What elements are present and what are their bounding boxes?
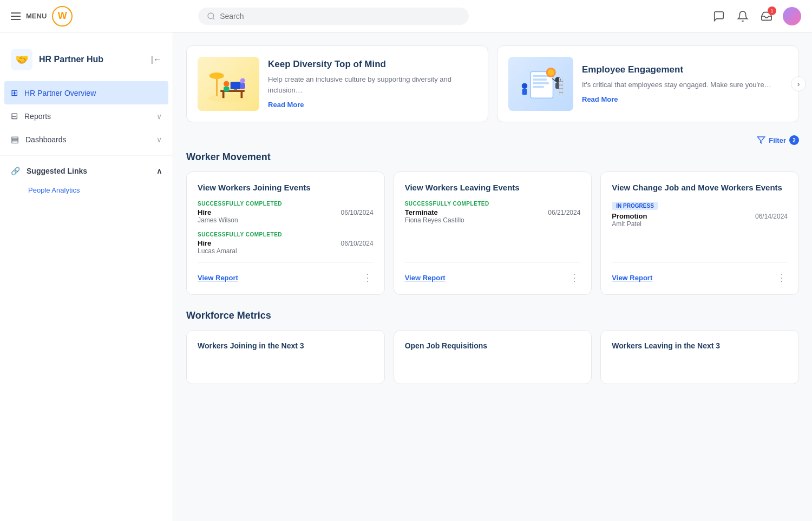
reports-icon: ⊟ bbox=[11, 111, 18, 121]
svg-point-0 bbox=[208, 13, 214, 19]
sidebar-item-people-analytics[interactable]: People Analytics bbox=[0, 182, 173, 199]
more-options-button[interactable]: ⋮ bbox=[777, 272, 788, 283]
search-input[interactable] bbox=[220, 12, 460, 21]
event-type: Promotion bbox=[612, 212, 647, 220]
menu-button[interactable] bbox=[11, 12, 21, 20]
svg-rect-6 bbox=[241, 92, 243, 98]
svg-rect-8 bbox=[234, 89, 237, 90]
menu-label: MENU bbox=[26, 12, 47, 20]
avatar[interactable] bbox=[783, 7, 801, 25]
engagement-read-more-link[interactable]: Read More bbox=[582, 95, 771, 103]
svg-rect-17 bbox=[533, 86, 544, 88]
event-type: Hire bbox=[198, 239, 211, 247]
event-type: Terminate bbox=[405, 208, 438, 216]
card-footer: View Report ⋮ bbox=[198, 262, 374, 283]
engagement-card: Employee Engagement It's critical that e… bbox=[497, 45, 799, 122]
reports-chevron-icon: ∨ bbox=[156, 112, 162, 121]
diversity-read-more-link[interactable]: Read More bbox=[268, 101, 477, 109]
card-footer: View Report ⋮ bbox=[612, 262, 788, 283]
workday-logo: W bbox=[52, 6, 73, 27]
diversity-card-content: Keep Diversity Top of Mind Help create a… bbox=[268, 59, 477, 109]
svg-rect-16 bbox=[533, 82, 549, 84]
event-item: SUCCESSFULLY COMPLETED Hire 06/10/2024 L… bbox=[198, 232, 374, 255]
inbox-icon[interactable]: 1 bbox=[759, 9, 774, 24]
event-date: 06/14/2024 bbox=[755, 213, 788, 220]
feature-cards-row: Keep Diversity Top of Mind Help create a… bbox=[186, 45, 799, 122]
sidebar-collapse-button[interactable]: |← bbox=[151, 55, 162, 64]
metrics-cards: Workers Joining in the Next 3 Open Job R… bbox=[186, 330, 799, 384]
sidebar: 🤝 HR Partner Hub |← ⊞ HR Partner Overvie… bbox=[0, 32, 173, 521]
workforce-metrics-title: Workforce Metrics bbox=[186, 310, 799, 321]
overview-icon: ⊞ bbox=[11, 88, 18, 98]
svg-rect-15 bbox=[533, 78, 547, 81]
workers-joining-next3-title: Workers Joining in the Next 3 bbox=[198, 341, 374, 350]
search-bar bbox=[198, 8, 469, 25]
more-options-button[interactable]: ⋮ bbox=[363, 272, 374, 283]
engagement-card-description: It's critical that employees stay engage… bbox=[582, 80, 771, 90]
diversity-card-description: Help create an inclusive culture by supp… bbox=[268, 74, 477, 95]
event-date: 06/10/2024 bbox=[341, 240, 374, 247]
engagement-card-title: Employee Engagement bbox=[582, 64, 771, 75]
hub-title: HR Partner Hub bbox=[39, 55, 103, 64]
svg-rect-29 bbox=[559, 88, 564, 89]
movement-cards: View Workers Joining Events SUCCESSFULLY… bbox=[186, 172, 799, 295]
filter-count-badge: 2 bbox=[789, 135, 799, 145]
filter-label: Filter bbox=[769, 136, 786, 144]
suggested-links-label: Suggested Links bbox=[27, 167, 87, 175]
filter-icon bbox=[757, 136, 765, 144]
sidebar-item-label: Dashboards bbox=[25, 135, 67, 144]
workers-joining-card: View Workers Joining Events SUCCESSFULLY… bbox=[186, 172, 385, 295]
svg-rect-27 bbox=[559, 81, 564, 82]
open-requisitions-title: Open Job Requisitions bbox=[405, 341, 581, 350]
change-job-title: View Change Job and Move Workers Events bbox=[612, 183, 788, 192]
dashboards-icon: ▤ bbox=[11, 134, 19, 144]
suggested-links-chevron-icon: ∧ bbox=[156, 167, 162, 175]
inbox-badge: 1 bbox=[768, 6, 776, 15]
event-item: SUCCESSFULLY COMPLETED Terminate 06/21/2… bbox=[405, 201, 581, 224]
main-layout: 🤝 HR Partner Hub |← ⊞ HR Partner Overvie… bbox=[0, 32, 812, 521]
diversity-card-title: Keep Diversity Top of Mind bbox=[268, 59, 477, 70]
engagement-illustration bbox=[508, 57, 573, 111]
sidebar-item-reports[interactable]: ⊟ Reports ∨ bbox=[0, 104, 173, 128]
event-status: SUCCESSFULLY COMPLETED bbox=[198, 232, 374, 238]
view-report-link[interactable]: View Report bbox=[405, 274, 446, 282]
suggested-links-icon: 🔗 bbox=[11, 167, 20, 175]
view-report-link[interactable]: View Report bbox=[612, 274, 652, 282]
search-icon bbox=[207, 12, 215, 21]
worker-movement-title: Worker Movement bbox=[186, 151, 799, 163]
workers-leaving-title: View Workers Leaving Events bbox=[405, 183, 581, 192]
chat-icon[interactable] bbox=[711, 9, 726, 24]
more-options-button[interactable]: ⋮ bbox=[569, 272, 580, 283]
sidebar-divider bbox=[0, 155, 173, 156]
filter-button[interactable]: Filter 2 bbox=[757, 135, 799, 145]
svg-rect-7 bbox=[231, 82, 241, 89]
event-status: SUCCESSFULLY COMPLETED bbox=[198, 201, 374, 207]
svg-rect-26 bbox=[559, 78, 560, 96]
event-item: IN PROGRESS Promotion 06/14/2024 Amit Pa… bbox=[612, 201, 788, 228]
event-status: SUCCESSFULLY COMPLETED bbox=[405, 201, 581, 207]
change-job-card: View Change Job and Move Workers Events … bbox=[600, 172, 799, 295]
event-name: Lucas Amaral bbox=[198, 247, 374, 255]
diversity-illustration bbox=[198, 57, 259, 111]
notification-icon[interactable] bbox=[735, 9, 750, 24]
svg-rect-30 bbox=[559, 92, 564, 93]
diversity-card: Keep Diversity Top of Mind Help create a… bbox=[186, 45, 488, 122]
sidebar-item-hr-partner-overview[interactable]: ⊞ HR Partner Overview bbox=[4, 81, 168, 104]
event-name: Amit Patel bbox=[612, 220, 788, 228]
workers-leaving-next3-title: Workers Leaving in the Next 3 bbox=[612, 341, 788, 350]
workers-joining-next3-card: Workers Joining in the Next 3 bbox=[186, 330, 385, 384]
hub-icon: 🤝 bbox=[11, 49, 32, 70]
view-report-link[interactable]: View Report bbox=[198, 274, 238, 282]
event-date: 06/10/2024 bbox=[341, 209, 374, 216]
suggested-links-section[interactable]: 🔗 Suggested Links ∧ bbox=[0, 160, 173, 182]
event-date: 06/21/2024 bbox=[548, 209, 580, 216]
filter-row: Filter 2 bbox=[186, 135, 799, 145]
sidebar-item-label: Reports bbox=[24, 112, 51, 121]
workers-leaving-card: View Workers Leaving Events SUCCESSFULLY… bbox=[394, 172, 592, 295]
svg-marker-31 bbox=[758, 137, 765, 143]
svg-rect-28 bbox=[559, 85, 564, 86]
sidebar-item-dashboards[interactable]: ▤ Dashboards ∨ bbox=[0, 128, 173, 151]
workers-leaving-next3-card: Workers Leaving in the Next 3 bbox=[600, 330, 799, 384]
svg-rect-21 bbox=[522, 89, 527, 95]
cards-next-button[interactable]: › bbox=[791, 76, 806, 91]
